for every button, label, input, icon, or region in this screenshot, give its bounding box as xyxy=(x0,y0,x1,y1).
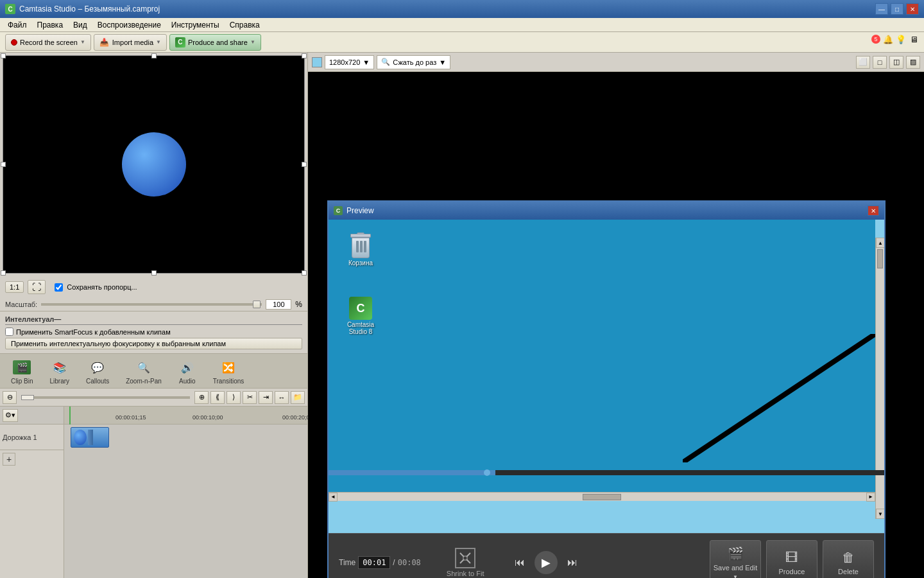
library-icon: 📚 xyxy=(51,358,69,376)
desktop-icon-trash[interactable]: Корзина xyxy=(341,232,380,267)
preview-hscroll[interactable]: ◄ ► xyxy=(329,492,875,501)
timeline-settings-button[interactable]: ⚙▾ xyxy=(3,409,18,422)
scale-label: Масштаб: xyxy=(5,301,37,308)
menu-file[interactable]: Файл xyxy=(3,19,32,31)
preview-close-button[interactable]: ✕ xyxy=(868,206,879,216)
time-ruler: 00:00:01;15 00:00:10;00 00:00:20;00 xyxy=(64,407,307,425)
timeline-btn-cut[interactable]: ✂ xyxy=(243,391,257,404)
hscroll-right[interactable]: ► xyxy=(866,493,875,502)
minimize-button[interactable]: — xyxy=(875,3,888,15)
svg-line-0 xyxy=(683,334,875,462)
produce-dropdown-arrow[interactable]: ▼ xyxy=(250,39,255,45)
preview-icon xyxy=(312,57,322,67)
preview-progress-bar[interactable] xyxy=(329,470,884,475)
timeline-btn-6[interactable]: 📁 xyxy=(291,391,305,404)
tab-clip-bin[interactable]: 🎬 Clip Bin xyxy=(3,355,41,388)
preview-btn-4[interactable]: ▨ xyxy=(906,56,920,69)
menu-help[interactable]: Справка xyxy=(225,19,265,31)
scale-1to1-button[interactable]: 1:1 xyxy=(5,281,24,293)
handle-top-center[interactable] xyxy=(151,53,157,58)
canvas-inner[interactable] xyxy=(3,56,304,273)
menu-playback[interactable]: Воспроизведение xyxy=(92,19,166,31)
produce-button[interactable]: C Produce and share ▼ xyxy=(169,34,261,51)
timeline-zoom-out[interactable]: ⊖ xyxy=(3,391,17,404)
progress-fill xyxy=(329,470,495,475)
scale-pct-label: % xyxy=(295,300,302,309)
menu-view[interactable]: Вид xyxy=(68,19,92,31)
timeline-btn-5[interactable]: ↔ xyxy=(275,391,289,404)
desktop-icon-camtasia[interactable]: C Camtasia Studio 8 xyxy=(341,297,380,335)
scale-slider-thumb[interactable] xyxy=(253,301,261,308)
delete-icon: 🗑 xyxy=(842,550,855,565)
hscroll-track[interactable] xyxy=(338,494,866,500)
tab-zoom-n-pan[interactable]: 🔍 Zoom-n-Pan xyxy=(117,355,170,388)
resolution-dropdown[interactable]: 1280x720 ▼ xyxy=(325,55,374,69)
smartfocus-apply-button[interactable]: Применить интеллектуальную фокусировку к… xyxy=(5,338,302,349)
timeline-btn-split[interactable]: ⇥ xyxy=(259,391,273,404)
preview-btn-1[interactable]: ⬜ xyxy=(856,56,870,69)
timeline-btn-1[interactable]: ⟪ xyxy=(210,391,225,404)
handle-top-right[interactable] xyxy=(302,53,307,58)
track-1-content xyxy=(64,425,307,450)
handle-middle-left[interactable] xyxy=(1,162,6,167)
timeline-zoom-slider[interactable] xyxy=(21,396,190,399)
tab-library[interactable]: 📚 Library xyxy=(41,355,78,388)
scale-fit-button[interactable]: ⛶ xyxy=(28,280,46,294)
forward-button[interactable]: ⏭ xyxy=(563,553,582,572)
preview-btn-3[interactable]: ◫ xyxy=(889,56,903,69)
record-button[interactable]: Record the screen ▼ xyxy=(5,34,91,51)
close-button[interactable]: ✕ xyxy=(906,3,919,15)
handle-bottom-left[interactable] xyxy=(1,270,6,276)
handle-bottom-center[interactable] xyxy=(151,270,157,276)
scale-value-input[interactable] xyxy=(266,299,291,310)
record-dropdown-arrow[interactable]: ▼ xyxy=(80,39,85,45)
restore-button[interactable]: □ xyxy=(891,3,903,15)
tab-audio[interactable]: 🔊 Audio xyxy=(170,355,205,388)
preview-controls: Time 00:01 / 00:08 xyxy=(329,533,884,578)
tab-transitions[interactable]: 🔀 Transitions xyxy=(205,355,253,388)
shrink-to-fit-button[interactable]: Shrink to Fit xyxy=(447,548,484,577)
tab-zoom-n-pan-label: Zoom-n-Pan xyxy=(126,378,162,385)
monitor-icon[interactable]: 🖥 xyxy=(909,34,919,44)
save-edit-button[interactable]: 🎬 Save and Edit ▼ xyxy=(710,540,761,578)
play-button[interactable]: ▶ xyxy=(535,551,558,574)
delete-button[interactable]: 🗑 Delete xyxy=(823,540,874,578)
canvas-object-circle[interactable] xyxy=(122,132,186,197)
timeline-btn-2[interactable]: ⟩ xyxy=(227,391,241,404)
preview-vscroll[interactable]: ▲ ▼ xyxy=(875,238,884,519)
playhead-marker[interactable] xyxy=(69,407,71,425)
handle-top-left[interactable] xyxy=(1,53,6,58)
hscroll-left[interactable]: ◄ xyxy=(329,493,338,502)
clip-block-1[interactable] xyxy=(71,427,109,448)
add-track-button[interactable]: + xyxy=(3,453,15,466)
menu-edit[interactable]: Правка xyxy=(32,19,69,31)
import-button[interactable]: 📥 Import media ▼ xyxy=(94,34,167,51)
preview-viewport[interactable]: C Preview ✕ xyxy=(308,72,924,578)
preview-btn-2[interactable]: □ xyxy=(873,56,887,69)
handle-middle-right[interactable] xyxy=(302,162,307,167)
smartfocus-checkbox[interactable] xyxy=(5,328,13,336)
zoom-dropdown[interactable]: 🔍 Сжать до раз ▼ xyxy=(377,55,450,69)
tab-callouts[interactable]: 💬 Callouts xyxy=(78,355,117,388)
vscroll-thumb[interactable] xyxy=(877,249,883,268)
timeline-zoom-in[interactable]: ⊕ xyxy=(194,391,209,404)
bulb-icon[interactable]: 💡 xyxy=(896,34,906,44)
main-preview-top xyxy=(308,72,924,127)
produce-action-button[interactable]: 🎞 Produce xyxy=(766,540,817,578)
vscroll-up[interactable]: ▲ xyxy=(876,238,884,248)
camtasia-label: Camtasia Studio 8 xyxy=(347,321,374,335)
scale-slider-track[interactable] xyxy=(41,303,262,306)
preview-toolbar: 1280x720 ▼ 🔍 Сжать до раз ▼ ⬜ □ ◫ ▨ xyxy=(308,53,924,72)
vscroll-down[interactable]: ▼ xyxy=(876,509,884,519)
menu-tools[interactable]: Инструменты xyxy=(166,19,225,31)
rewind-button[interactable]: ⏮ xyxy=(510,553,529,572)
import-dropdown-arrow[interactable]: ▼ xyxy=(156,39,161,45)
hscroll-thumb[interactable] xyxy=(583,494,621,500)
right-panel: 1280x720 ▼ 🔍 Сжать до раз ▼ ⬜ □ ◫ ▨ C xyxy=(308,53,924,578)
handle-bottom-right[interactable] xyxy=(302,270,307,276)
bell-icon[interactable]: 🔔 xyxy=(883,34,893,44)
transitions-icon: 🔀 xyxy=(219,358,237,376)
keep-aspect-checkbox[interactable] xyxy=(55,283,63,292)
timeline-zoom-thumb[interactable] xyxy=(21,395,34,400)
current-time-display: 00:01 xyxy=(358,556,390,569)
